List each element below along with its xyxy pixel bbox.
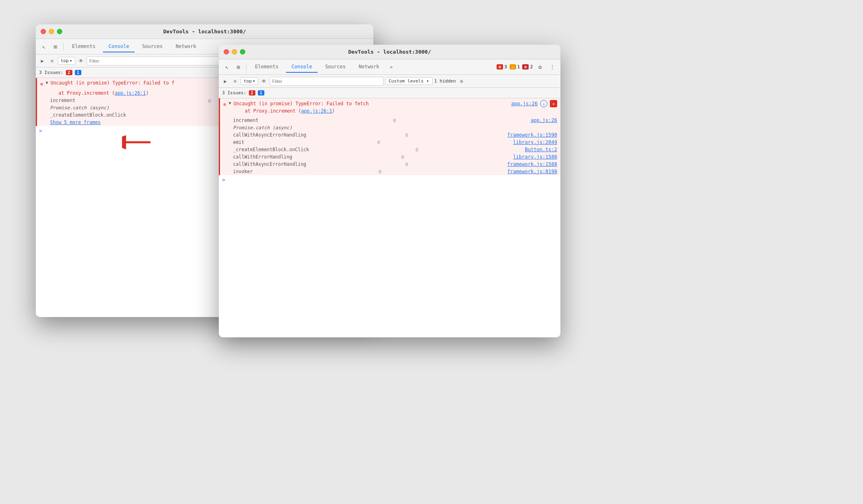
no-icon-1[interactable]: ⊘ <box>48 57 56 65</box>
stack-right-2: app.js:26 ↓ ✕ <box>511 100 557 107</box>
stack-row-onclick-2: _createElementBlock.onClick @ Button.ts:… <box>220 146 560 153</box>
func-onclick-2: _createElementBlock.onClick <box>233 147 309 152</box>
error-count-badge-2: 2 <box>249 90 255 96</box>
error-toolbar-badge-2: ⊗ 3 <box>497 64 507 70</box>
console-toolbar-2: ▶ ⊘ top ▾ 👁 Custom levels ▾ 1 hidden ⚙ <box>219 75 560 88</box>
func-2-w1: _createElementBlock.onClick <box>50 112 126 118</box>
at-onclick-2: @ <box>416 147 418 152</box>
close-button-1[interactable] <box>41 29 46 34</box>
devtools-window-2: DevTools - localhost:3000/ ↖ ⊞ Elements … <box>219 45 560 337</box>
file-onclick-2[interactable]: Button.ts:2 <box>525 147 557 152</box>
title-bar-1: DevTools - localhost:3000/ <box>36 24 373 39</box>
expand-triangle-1[interactable]: ▼ <box>46 80 48 86</box>
stack-row-promise-2: Promise.catch (async) <box>220 124 560 131</box>
console-prompt-2[interactable]: > <box>219 175 560 185</box>
minimize-button-2[interactable] <box>232 49 237 54</box>
tab-more-2[interactable]: » <box>387 62 396 72</box>
maximize-button-2[interactable] <box>240 49 245 54</box>
separator-1 <box>63 43 63 51</box>
traffic-lights-1 <box>41 29 62 34</box>
traffic-lights-2 <box>224 49 245 54</box>
error-at-2: at Proxy.increment (app.js:26:1) <box>233 108 335 114</box>
expand-triangle-2[interactable]: ▼ <box>229 100 231 106</box>
tab-elements-1[interactable]: Elements <box>66 41 101 52</box>
func-promise-2: Promise.catch (async) <box>233 125 292 130</box>
top-toolbar-2: ↖ ⊞ Elements Console Sources Network » ⊗… <box>219 59 560 75</box>
layers-icon-2[interactable]: ⊞ <box>233 62 243 72</box>
filter-input-2[interactable] <box>270 77 384 86</box>
layers-icon-1[interactable]: ⊞ <box>50 42 60 52</box>
func-callasync1-2: callWithAsyncErrorHandling <box>233 132 306 138</box>
download-icon-2[interactable]: ↓ <box>540 100 547 107</box>
custom-levels-button-2[interactable]: Custom levels ▾ <box>385 77 433 85</box>
top-selector-1[interactable]: top ▾ <box>58 57 75 65</box>
cursor-icon-1[interactable]: ↖ <box>39 42 49 52</box>
window-title-1: DevTools - localhost:3000/ <box>163 28 246 35</box>
stack-row-callerr-2: callWithErrorHandling @ library.js:1580 <box>220 153 560 161</box>
minimize-button-1[interactable] <box>49 29 54 34</box>
tab-console-2[interactable]: Console <box>286 61 318 73</box>
error-count-toolbar-2: 3 <box>504 64 507 70</box>
separator-2 <box>246 63 246 71</box>
file-emit-2[interactable]: library.js:2049 <box>513 139 557 145</box>
cursor-icon-2[interactable]: ↖ <box>222 62 232 72</box>
at-invoker-2: @ <box>379 169 381 174</box>
top-label-2: top <box>244 78 252 84</box>
tab-network-2[interactable]: Network <box>353 61 385 73</box>
at-callasync2-2: @ <box>405 161 408 167</box>
window-title-2: DevTools - localhost:3000/ <box>348 49 431 55</box>
chevron-down-icon-2: ▾ <box>253 78 255 84</box>
play-icon-2[interactable]: ▶ <box>221 77 229 85</box>
warn-toolbar-badge-2: ⚠ 1 <box>510 64 520 70</box>
eye-icon-1[interactable]: 👁 <box>77 57 85 65</box>
issues-label-2: 3 Issues: <box>222 90 246 96</box>
at-0-w1: @ <box>208 98 211 103</box>
error-badge-1: 2 <box>66 70 72 75</box>
badge2-icon-2: ⊗ <box>522 64 529 70</box>
at-increment-2: @ <box>393 117 396 123</box>
maximize-button-1[interactable] <box>57 29 62 34</box>
file-invoker-2[interactable]: framework.js:8198 <box>507 169 557 174</box>
tab-network-1[interactable]: Network <box>170 41 202 52</box>
info-badge-1: 1 <box>75 70 81 75</box>
stack-row-invoker-2: invoker @ framework.js:8198 <box>220 168 560 175</box>
close-button-2[interactable] <box>224 49 229 54</box>
warn-icon-2: ⚠ <box>510 64 516 70</box>
console-content-2: ⊗ ▼ Uncaught (in promise) TypeError: Fai… <box>219 98 560 318</box>
tab-elements-2[interactable]: Elements <box>249 61 284 73</box>
badge2-count-toolbar-2: 2 <box>530 64 533 70</box>
no-icon-2[interactable]: ⊘ <box>231 77 239 85</box>
at-line-link-1[interactable]: app.js:26:1 <box>115 90 146 96</box>
gear-icon-2[interactable]: ⚙ <box>535 62 545 72</box>
top-selector-2[interactable]: top ▾ <box>241 77 258 85</box>
more-icon-2[interactable]: ⋮ <box>547 62 557 72</box>
func-invoker-2: invoker <box>233 169 253 174</box>
error-x-icon-2: ⊗ <box>497 64 503 70</box>
func-increment-2: increment <box>233 117 258 123</box>
tab-console-1[interactable]: Console <box>103 41 135 52</box>
file-increment-2[interactable]: app.js:26 <box>531 117 557 123</box>
error-message-block-2: Uncaught (in promise) TypeError: Failed … <box>233 100 368 115</box>
error-left-2: ⊗ ▼ Uncaught (in promise) TypeError: Fai… <box>223 100 509 115</box>
at-line-link-2[interactable]: app.js:26:1 <box>301 108 332 114</box>
warn-count-toolbar-2: 1 <box>517 64 520 70</box>
file-callerr-2[interactable]: library.js:1580 <box>513 154 557 160</box>
settings-icon-2[interactable]: ⚙ <box>458 77 466 85</box>
chevron-down-icon-1: ▾ <box>70 58 72 63</box>
eye-icon-2[interactable]: 👁 <box>260 77 268 85</box>
file-callasync2-2[interactable]: framework.js:1588 <box>507 161 557 167</box>
error-circle-icon-1: ⊗ <box>40 80 43 88</box>
error-main-row-2: ⊗ ▼ Uncaught (in promise) TypeError: Fai… <box>220 98 560 117</box>
func-1-w1: Promise.catch (async) <box>50 105 109 111</box>
func-callasync2-2: callWithAsyncErrorHandling <box>233 161 306 167</box>
tab-sources-2[interactable]: Sources <box>319 61 351 73</box>
at-emit-2: @ <box>377 139 380 145</box>
tab-sources-1[interactable]: Sources <box>136 41 168 52</box>
close-error-icon-2[interactable]: ✕ <box>550 100 557 107</box>
play-icon-1[interactable]: ▶ <box>38 57 46 65</box>
file-callasync1-2[interactable]: framework.js:1590 <box>507 132 557 138</box>
stack-row-callasync2-2: callWithAsyncErrorHandling @ framework.j… <box>220 161 560 168</box>
main-file-link-2[interactable]: app.js:26 <box>511 100 538 107</box>
hidden-badge-2: 1 hidden <box>434 78 456 84</box>
info-badge-2: 1 <box>258 90 264 96</box>
